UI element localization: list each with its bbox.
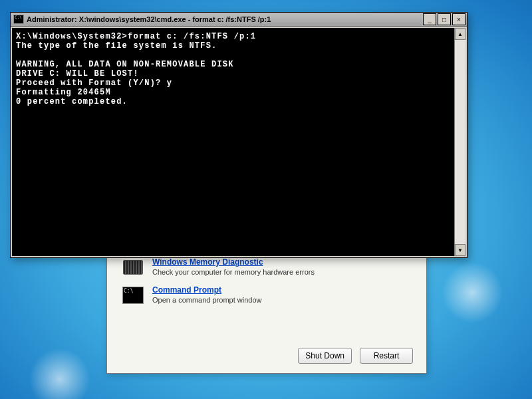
cmd-titlebar[interactable]: Administrator: X:\windows\system32\cmd.e… (11, 13, 467, 27)
memory-diagnostic-link[interactable]: Windows Memory Diagnostic (152, 257, 315, 267)
console-line: DRIVE C: WILL BE LOST! (16, 69, 139, 78)
restart-button[interactable]: Restart (360, 348, 413, 364)
cmd-window: Administrator: X:\windows\system32\cmd.e… (10, 12, 467, 258)
minimize-button[interactable]: _ (423, 13, 436, 25)
console-line: Proceed with Format (Y/N)? y (16, 78, 172, 88)
command-prompt-link[interactable]: Command Prompt (152, 285, 261, 295)
console-line: X:\Windows\System32>format c: /fs:NTFS /… (16, 32, 256, 41)
option-command-prompt[interactable]: Command Prompt Open a command prompt win… (107, 281, 426, 309)
memory-diagnostic-icon (122, 257, 144, 277)
close-button[interactable]: × (452, 13, 466, 25)
scroll-track[interactable] (455, 40, 466, 244)
cmd-window-title: Administrator: X:\windows\system32\cmd.e… (27, 15, 420, 23)
decor-flare (27, 346, 93, 399)
console-output[interactable]: X:\Windows\System32>format c: /fs:NTFS /… (12, 28, 454, 256)
scroll-down-icon[interactable]: ▼ (455, 244, 466, 256)
scroll-up-icon[interactable]: ▲ (455, 28, 466, 40)
command-prompt-desc: Open a command prompt window (152, 296, 261, 304)
vertical-scrollbar[interactable]: ▲ ▼ (454, 28, 466, 256)
console-line: 0 percent completed. (16, 97, 128, 106)
console-line: WARNING, ALL DATA ON NON-REMOVABLE DISK (16, 60, 234, 69)
recovery-window: Windows Memory Diagnostic Check your com… (106, 253, 427, 374)
console-line: The type of the file system is NTFS. (16, 41, 217, 51)
cmd-app-icon (13, 15, 24, 24)
maximize-button[interactable]: □ (438, 13, 451, 25)
console-line: Formatting 20465M (16, 88, 111, 97)
decor-flare (439, 259, 505, 326)
command-prompt-icon (122, 285, 144, 305)
shut-down-button[interactable]: Shut Down (298, 348, 352, 364)
memory-diagnostic-desc: Check your computer for memory hardware … (152, 268, 315, 276)
